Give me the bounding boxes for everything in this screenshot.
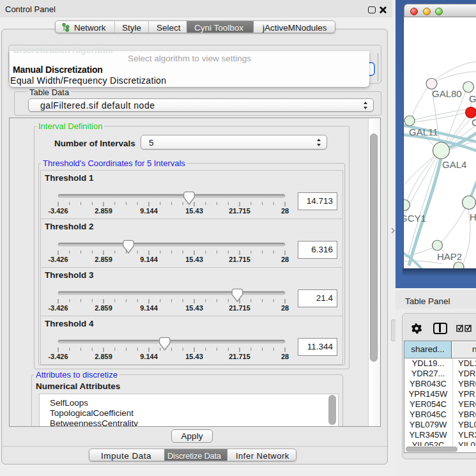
svg-text:9.144: 9.144	[140, 353, 158, 360]
svg-text:9.144: 9.144	[140, 256, 158, 263]
svg-text:15.43: 15.43	[185, 207, 203, 215]
svg-text:2.859: 2.859	[95, 256, 112, 263]
svg-text:2.859: 2.859	[95, 207, 112, 215]
svg-text:2.859: 2.859	[95, 353, 112, 360]
svg-text:GA: GA	[469, 93, 476, 104]
svg-text:21.715: 21.715	[229, 353, 250, 360]
svg-text:GCY1: GCY1	[404, 213, 426, 224]
svg-text:HAP2: HAP2	[437, 251, 462, 262]
svg-text:GAL4: GAL4	[442, 159, 466, 170]
svg-text:-3.426: -3.426	[48, 207, 68, 215]
svg-text:-3.426: -3.426	[48, 353, 68, 360]
svg-text:H: H	[470, 211, 476, 222]
svg-text:21.715: 21.715	[229, 207, 250, 215]
svg-text:15.43: 15.43	[185, 256, 203, 263]
svg-text:15.43: 15.43	[185, 353, 203, 360]
svg-text:2.859: 2.859	[95, 304, 112, 312]
svg-text:21.715: 21.715	[229, 304, 250, 312]
svg-text:15.43: 15.43	[185, 304, 203, 312]
svg-text:-3.426: -3.426	[48, 304, 68, 312]
svg-text:-3.426: -3.426	[48, 256, 68, 263]
svg-text:9.144: 9.144	[140, 304, 158, 312]
svg-text:GAL80: GAL80	[432, 88, 462, 99]
svg-text:GAL11: GAL11	[409, 127, 438, 137]
svg-text:28: 28	[281, 353, 289, 360]
svg-text:28: 28	[281, 304, 289, 312]
svg-text:28: 28	[281, 256, 289, 263]
svg-text:9.144: 9.144	[140, 207, 158, 215]
svg-text:21.715: 21.715	[229, 256, 250, 263]
svg-text:28: 28	[281, 207, 289, 215]
svg-text:C: C	[472, 117, 476, 128]
